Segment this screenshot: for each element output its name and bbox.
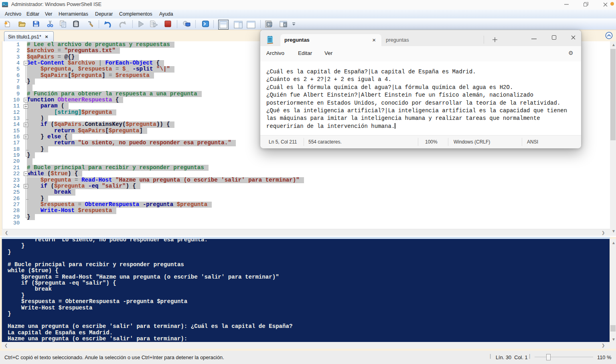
svg-text:>_: >_ [3, 2, 7, 6]
